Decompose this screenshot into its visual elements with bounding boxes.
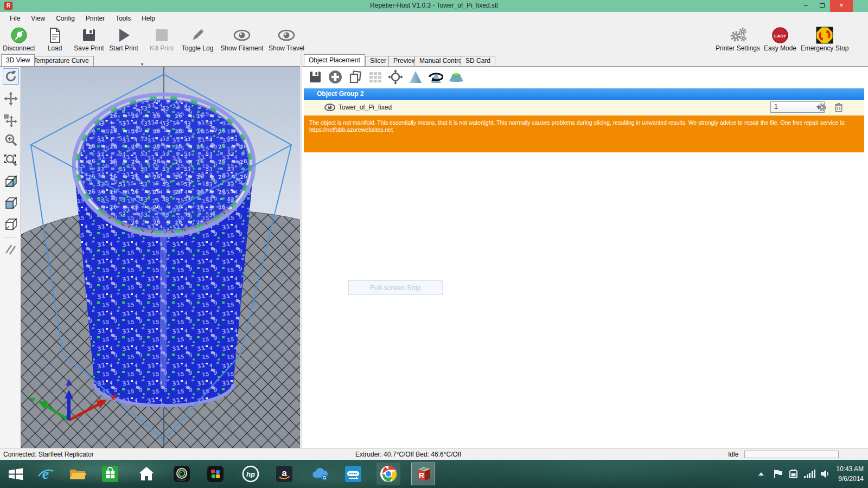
tray-clock[interactable]: 10:43 AM 9/6/2014 <box>836 464 864 484</box>
easy-mode-button[interactable]: EASY Easy Mode <box>760 26 801 53</box>
pencil-icon <box>179 26 216 44</box>
view-tool-column <box>0 66 21 448</box>
action-center-button[interactable] <box>774 460 783 488</box>
tray-chevron-button[interactable] <box>758 460 764 488</box>
object-row[interactable]: Tower_of_Pi_fixed 1 <box>304 100 864 114</box>
move-object-icon <box>3 113 18 128</box>
copy-object-button[interactable] <box>348 69 363 85</box>
internet-explorer-icon[interactable]: e <box>37 465 54 483</box>
load-file-icon <box>42 26 67 44</box>
puzzle-app-icon[interactable] <box>207 465 224 483</box>
chrome-app-icon[interactable] <box>380 465 397 483</box>
add-object-button[interactable] <box>328 69 343 85</box>
move-object-button[interactable] <box>3 112 19 129</box>
repetier-host-app-icon[interactable]: R <box>415 465 432 483</box>
stop-square-icon <box>145 26 178 44</box>
parallel-lines-icon <box>4 242 18 256</box>
copies-dropdown[interactable]: 1 <box>770 101 825 113</box>
tab-3d-view[interactable]: 3D View <box>1 54 35 66</box>
youcam-app-icon[interactable] <box>173 465 190 483</box>
tab-slicer[interactable]: Slicer <box>365 56 391 66</box>
toggle-log-button[interactable]: Toggle Log <box>179 26 216 53</box>
hp-app-icon[interactable]: hp <box>242 465 259 483</box>
maximize-icon <box>820 3 825 8</box>
visibility-eye-icon[interactable] <box>324 104 335 111</box>
cone-icon <box>409 70 423 84</box>
grid-icon <box>368 70 382 84</box>
object-placement-panel: Object Group 2 Tower_of_Pi_fixed 1 The o… <box>302 66 868 448</box>
start-print-button[interactable]: Start Print <box>107 26 140 53</box>
isometric-view-button[interactable] <box>3 174 19 190</box>
menu-view[interactable]: View <box>25 13 50 24</box>
volume-button[interactable] <box>820 460 830 488</box>
cloud-sync-app-icon[interactable] <box>311 465 328 483</box>
copy-pages-icon <box>348 70 362 84</box>
center-object-button[interactable] <box>388 69 403 85</box>
save-print-button[interactable]: Save Print <box>72 26 106 53</box>
show-travel-button[interactable]: Show Travel <box>261 26 311 53</box>
rotate-icon <box>4 69 18 84</box>
amazon-app-icon[interactable]: a <box>276 465 293 483</box>
clock-date: 9/6/2014 <box>836 474 864 484</box>
scale-object-button[interactable] <box>408 69 423 85</box>
delete-object-trash-icon[interactable] <box>834 102 843 112</box>
power-battery-button[interactable] <box>788 460 800 488</box>
close-button[interactable]: × <box>830 0 853 12</box>
printer-settings-button[interactable]: Printer Settings <box>712 26 764 53</box>
menu-file[interactable]: File <box>4 13 25 24</box>
show-filament-button[interactable]: Show Filament <box>217 26 267 53</box>
object-name: Tower_of_Pi_fixed <box>339 104 392 111</box>
minimize-button[interactable]: – <box>797 0 814 12</box>
cube-wire-icon <box>3 217 18 232</box>
object-group-header[interactable]: Object Group 2 <box>304 88 864 100</box>
eye-icon <box>217 26 267 44</box>
front-view-button[interactable] <box>3 195 19 211</box>
menu-config[interactable]: Config <box>50 13 80 24</box>
house-icon <box>138 466 155 482</box>
top-view-button[interactable] <box>3 216 19 233</box>
zoom-fit-icon <box>3 153 18 169</box>
svg-text:hp: hp <box>246 470 255 478</box>
lay-flat-button[interactable] <box>448 69 463 85</box>
menu-printer[interactable]: Printer <box>80 13 110 24</box>
easy-mode-icon: EASY <box>760 26 801 44</box>
object-settings-gear-icon[interactable] <box>817 102 827 112</box>
parallel-projection-button[interactable] <box>3 241 19 258</box>
zoom-button[interactable] <box>3 132 19 148</box>
menu-tools[interactable]: Tools <box>110 13 136 24</box>
file-explorer-icon[interactable] <box>69 465 86 483</box>
model-tower-of-pi[interactable] <box>74 94 254 406</box>
viewport-3d[interactable]: 31 4 15 9 26 53 <box>21 66 300 448</box>
signal-bars-icon <box>804 470 815 478</box>
snip-overlay-button[interactable]: Full-screen Snip <box>348 280 443 295</box>
warning-link[interactable]: https://netfabb.azurewebsites.net <box>309 126 859 133</box>
emergency-stop-button[interactable]: Emergency Stop <box>796 26 853 53</box>
export-objects-button[interactable] <box>308 69 323 85</box>
rotate-view-button[interactable] <box>3 68 19 85</box>
gears-icon <box>712 26 764 44</box>
fit-view-button[interactable] <box>3 153 19 169</box>
move-view-button[interactable] <box>3 91 19 107</box>
rotate-object-button[interactable] <box>428 69 443 85</box>
move-arrows-icon <box>4 92 18 106</box>
menu-help[interactable]: Help <box>136 13 161 24</box>
disconnect-button[interactable]: Disconnect <box>1 26 37 53</box>
home-app-icon[interactable] <box>138 465 155 483</box>
maximize-button[interactable] <box>814 0 830 12</box>
start-button[interactable] <box>7 465 24 483</box>
scene-3d: 31 4 15 9 26 53 <box>21 67 301 448</box>
right-tabstrip: Object Placement Slicer Preview Manual C… <box>302 54 868 66</box>
store-icon <box>102 466 118 482</box>
tab-temperature-curve[interactable]: Temperature Curve <box>28 56 94 66</box>
tool-separator <box>3 237 17 238</box>
password-app-icon[interactable] <box>344 465 362 483</box>
svg-text:R: R <box>419 471 424 480</box>
load-button[interactable]: Load <box>42 26 67 53</box>
windows-store-icon[interactable] <box>101 465 119 483</box>
tab-object-placement[interactable]: Object Placement <box>304 54 365 66</box>
folder-icon <box>69 466 86 481</box>
tab-sd-card[interactable]: SD Card <box>461 56 495 66</box>
menu-bar: File View Config Printer Tools Help <box>0 12 868 25</box>
network-button[interactable] <box>804 460 815 488</box>
speaker-icon <box>820 469 830 479</box>
